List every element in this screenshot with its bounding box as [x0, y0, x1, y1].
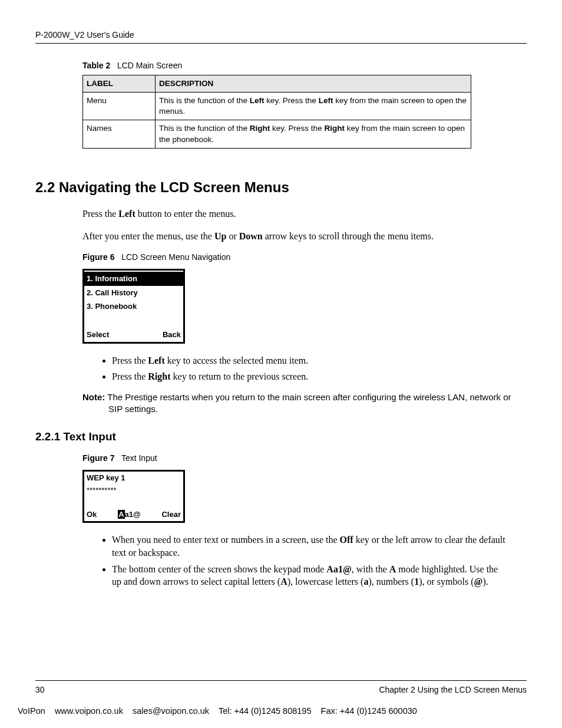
footer-rule: [35, 680, 527, 681]
keypad-mode: Aa1@: [118, 509, 141, 520]
list-item: When you need to enter text or numbers i…: [112, 533, 527, 559]
page-number: 30: [35, 684, 45, 696]
softkey-left: Ok: [87, 509, 97, 520]
lcd-textinput-figure: WEP key 1 ********** Ok Aa1@ Clear: [82, 470, 185, 523]
mode-rest: a1@: [125, 510, 141, 519]
menu-blank: [84, 314, 183, 328]
cell-description: This is the function of the Left key. Pr…: [156, 93, 471, 120]
cell-label: Names: [83, 120, 156, 148]
bullet-list: When you need to enter text or numbers i…: [35, 533, 527, 588]
section-heading: 2.2 Navigating the LCD Screen Menus: [35, 178, 527, 197]
table-row: Menu This is the function of the Left ke…: [83, 93, 471, 120]
figure-title: Text Input: [121, 453, 157, 463]
menu-item: 2. Call History: [84, 286, 183, 300]
menu-item: 3. Phonebook: [84, 299, 183, 314]
subsection-heading: 2.2.1 Text Input: [35, 429, 527, 444]
cell-description: This is the function of the Right key. P…: [156, 120, 471, 148]
table-row: Names This is the function of the Right …: [83, 120, 471, 148]
note-text: The Prestige restarts when you return to…: [105, 392, 511, 414]
lcd-menu-figure: 1. Information 2. Call History 3. Phoneb…: [82, 269, 185, 343]
menu-item-selected: 1. Information: [84, 271, 183, 286]
figure-label: Figure 6: [82, 252, 114, 262]
paragraph: Press the Left button to enter the menus…: [35, 207, 527, 220]
softkey-left: Select: [87, 330, 109, 340]
list-item: The bottom center of the screen shows th…: [112, 563, 527, 588]
softkey-bar: Select Back: [84, 328, 183, 342]
lcd-main-screen-table: LABEL DESCRIPTION Menu This is the funct…: [82, 75, 471, 149]
col-label: LABEL: [83, 75, 156, 92]
table-label: Table 2: [82, 61, 110, 70]
vendor-line: VoIPon www.voipon.co.uk sales@voipon.co.…: [18, 706, 544, 717]
table-header-row: LABEL DESCRIPTION: [83, 75, 471, 92]
mode-selected: A: [118, 510, 124, 519]
figure-caption: Figure 6 LCD Screen Menu Navigation: [35, 252, 527, 263]
softkey-right: Back: [163, 330, 181, 340]
document-page: P-2000W_V2 User's Guide Table 2 LCD Main…: [0, 0, 562, 728]
note-label: Note:: [82, 392, 105, 402]
paragraph: After you enter the menus, use the Up or…: [35, 230, 527, 243]
figure-label: Figure 7: [82, 453, 114, 463]
screen-title: WEP key 1: [84, 472, 183, 485]
cell-label: Menu: [83, 93, 156, 120]
screen-value: **********: [84, 484, 183, 497]
list-item: Press the Right key to return to the pre…: [112, 370, 527, 383]
screen-blank: [84, 497, 183, 508]
chapter-name: Chapter 2 Using the LCD Screen Menus: [379, 684, 527, 696]
table-caption: Table 2 LCD Main Screen: [35, 60, 527, 71]
note-block: Note: The Prestige restarts when you ret…: [35, 391, 527, 416]
running-head: P-2000W_V2 User's Guide: [35, 29, 527, 43]
figure-caption: Figure 7 Text Input: [35, 453, 527, 464]
footer: 30 Chapter 2 Using the LCD Screen Menus: [35, 684, 527, 696]
col-description: DESCRIPTION: [156, 75, 471, 92]
softkey-bar: Ok Aa1@ Clear: [84, 508, 183, 522]
figure-title: LCD Screen Menu Navigation: [121, 252, 230, 262]
table-title: LCD Main Screen: [117, 61, 183, 70]
softkey-right: Clear: [161, 509, 181, 520]
header-rule: [35, 43, 527, 44]
list-item: Press the Left key to access the selecte…: [112, 354, 527, 367]
bullet-list: Press the Left key to access the selecte…: [35, 354, 527, 383]
